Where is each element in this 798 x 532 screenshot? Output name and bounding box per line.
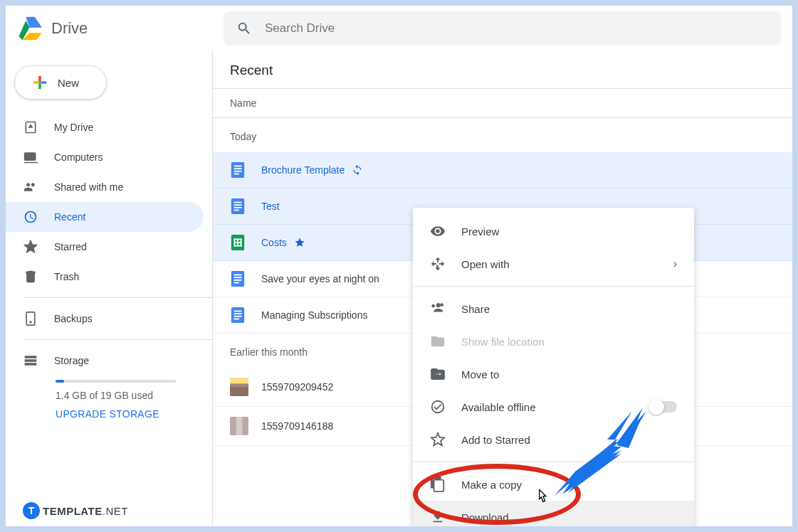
divider (23, 339, 212, 340)
svg-rect-23 (234, 311, 242, 312)
svg-rect-19 (234, 277, 242, 278)
file-row[interactable]: Brochure Template (213, 152, 792, 188)
divider (413, 462, 694, 462)
file-name: Brochure Template (261, 164, 345, 176)
file-name: Costs (261, 237, 287, 248)
image-thumbnail (230, 378, 248, 396)
search-input[interactable] (265, 21, 768, 36)
menu-item-download[interactable]: Download (413, 501, 694, 526)
file-name: 1559709146188 (261, 420, 333, 432)
recent-icon (23, 209, 38, 225)
svg-rect-26 (234, 319, 239, 320)
menu-label: Show file location (461, 336, 677, 348)
header: Drive (6, 6, 792, 51)
menu-item-preview[interactable]: Preview (413, 215, 694, 248)
docs-icon (230, 198, 246, 214)
svg-rect-15 (237, 239, 238, 247)
sidebar-item-recent[interactable]: Recent (6, 202, 204, 232)
star-icon (23, 239, 38, 255)
backups-icon (23, 311, 38, 326)
context-menu: Preview Open with › Share Show file loca… (413, 208, 694, 526)
offline-toggle[interactable] (650, 401, 677, 413)
nav-label: Recent (54, 211, 85, 223)
svg-rect-8 (234, 207, 242, 208)
svg-rect-4 (234, 174, 239, 175)
svg-rect-31 (236, 417, 243, 435)
svg-rect-17 (231, 271, 244, 287)
docs-icon (230, 271, 246, 287)
column-header-name[interactable]: Name (213, 88, 792, 118)
sync-icon (352, 164, 363, 176)
storage-text: 1.4 GB of 19 GB used (56, 390, 212, 401)
watermark: T TEMPLATE.NET (23, 502, 128, 519)
nav-label: Computers (54, 151, 103, 163)
menu-item-share[interactable]: Share (413, 292, 694, 325)
computers-icon (23, 149, 38, 165)
nav-label: Backups (54, 313, 93, 324)
trash-icon (23, 269, 38, 284)
storage-icon (23, 353, 38, 368)
menu-item-star[interactable]: Add to Starred (413, 423, 694, 456)
svg-rect-9 (234, 210, 239, 211)
svg-rect-2 (234, 168, 242, 169)
share-icon (430, 301, 446, 316)
new-button[interactable]: New (14, 65, 107, 100)
sidebar-item-my-drive[interactable]: My Drive (6, 112, 204, 142)
copy-icon (430, 477, 446, 492)
page-title: Recent (213, 51, 792, 88)
sidebar-item-shared[interactable]: Shared with me (6, 172, 204, 202)
watermark-icon: T (23, 502, 40, 519)
svg-rect-1 (234, 166, 242, 167)
storage-meter: 1.4 GB of 19 GB used UPGRADE STORAGE (56, 380, 212, 420)
nav-label: Trash (54, 271, 79, 282)
svg-rect-0 (231, 162, 244, 178)
menu-item-copy[interactable]: Make a copy (413, 468, 694, 501)
eye-icon (430, 223, 446, 239)
upgrade-storage-link[interactable]: UPGRADE STORAGE (56, 408, 212, 420)
star-icon (294, 237, 305, 248)
menu-item-move-to[interactable]: Move to (413, 358, 694, 390)
svg-rect-6 (234, 202, 242, 203)
svg-rect-18 (234, 275, 242, 276)
file-name: 1559709209452 (261, 381, 333, 393)
menu-item-offline[interactable]: Available offline (413, 390, 694, 423)
menu-item-open-with[interactable]: Open with › (413, 248, 694, 280)
svg-rect-22 (231, 307, 244, 323)
file-name: Test (261, 201, 280, 212)
watermark-suffix: .NET (103, 505, 128, 517)
new-label: New (58, 77, 79, 89)
move-icon (430, 366, 446, 382)
svg-rect-24 (234, 313, 242, 314)
folder-icon (430, 334, 446, 349)
docs-icon (230, 307, 246, 323)
menu-label: Add to Starred (461, 434, 677, 446)
sidebar-item-storage[interactable]: Storage (6, 346, 204, 376)
nav-label: My Drive (54, 122, 93, 133)
svg-rect-25 (234, 316, 242, 317)
menu-item-show-location[interactable]: Show file location (413, 325, 694, 358)
my-drive-icon (23, 119, 38, 135)
sidebar-item-backups[interactable]: Backups (6, 304, 204, 334)
drive-logo-icon (17, 16, 43, 41)
download-icon (430, 509, 446, 525)
svg-rect-21 (234, 282, 239, 284)
menu-label: Available offline (461, 401, 650, 413)
sidebar-item-trash[interactable]: Trash (6, 262, 204, 292)
svg-rect-3 (234, 171, 242, 172)
section-today: Today (213, 118, 792, 152)
open-with-icon (430, 256, 446, 272)
logo-section: Drive (17, 16, 224, 41)
menu-label: Open with (461, 258, 673, 270)
chevron-right-icon: › (673, 257, 677, 270)
sidebar-item-computers[interactable]: Computers (6, 142, 204, 172)
svg-rect-5 (231, 198, 244, 214)
menu-label: Make a copy (461, 479, 677, 491)
sidebar-item-starred[interactable]: Starred (6, 232, 204, 262)
image-thumbnail (230, 417, 248, 435)
search-bar[interactable] (224, 11, 781, 46)
nav-label: Storage (54, 355, 89, 366)
menu-label: Download (461, 511, 677, 523)
svg-rect-20 (234, 280, 242, 281)
file-name: Save your eyes at night on (261, 273, 379, 284)
svg-rect-7 (234, 204, 242, 206)
